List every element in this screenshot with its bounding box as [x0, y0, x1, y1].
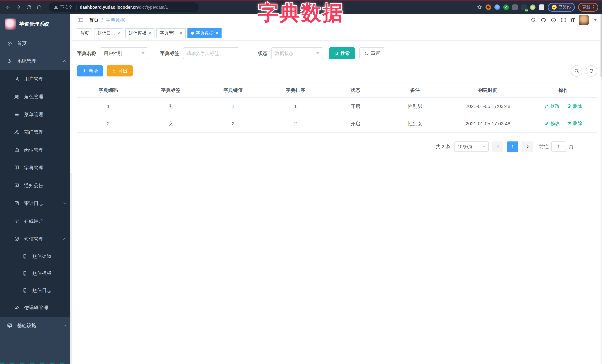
sidebar-item-role-management[interactable]: 角色管理: [0, 88, 72, 105]
table-row: 1 男 1 1 开启 性别男 2021-01-05 17:03:48 修改: [77, 98, 597, 115]
sidebar-item-label: 系统管理: [17, 58, 36, 64]
user-avatar[interactable]: [579, 15, 589, 25]
col-created: 创建时间: [446, 83, 530, 98]
font-size-icon[interactable]: tT: [571, 17, 575, 23]
col-remark: 备注: [384, 83, 446, 98]
page-number-1[interactable]: 1: [507, 141, 518, 152]
pencil-icon: [545, 104, 549, 108]
close-icon[interactable]: ×: [180, 31, 182, 35]
tab-dict-management[interactable]: 字典管理 ×: [156, 28, 186, 38]
extension-on-badge: on: [525, 9, 528, 11]
close-icon[interactable]: ×: [149, 31, 151, 35]
page-size-value: 10条/页: [458, 144, 473, 150]
sidebar-item-sms-management[interactable]: 短信管理: [0, 230, 72, 248]
address-bar[interactable]: 不安全 dashboard.yudao.iocoder.cn /dict/typ…: [49, 2, 199, 12]
sidebar-item-infrastructure[interactable]: 基础设施: [0, 317, 72, 334]
extension-icon-orange[interactable]: [485, 4, 491, 10]
browser-back-icon[interactable]: [4, 3, 13, 12]
browser-update-button[interactable]: 更新: [578, 3, 598, 12]
fullscreen-icon[interactable]: [561, 17, 566, 23]
edit-link[interactable]: 修改: [545, 120, 560, 126]
sidebar-item-menu-management[interactable]: 菜单管理: [0, 105, 72, 123]
delete-link[interactable]: 删除: [567, 103, 582, 109]
browser-reload-icon[interactable]: [24, 3, 33, 12]
dict-name-select[interactable]: 用户性别: [100, 47, 148, 59]
emoji-icon: [552, 5, 557, 10]
sidebar-item-user-management[interactable]: 用户管理: [0, 70, 72, 88]
sidebar-item-label: 基础设施: [17, 322, 36, 329]
reset-button[interactable]: 重置: [359, 47, 385, 59]
export-button[interactable]: 导出: [107, 65, 133, 76]
select-arrow-icon: [141, 52, 144, 54]
paused-extension-pill[interactable]: 已暂停: [548, 3, 575, 12]
trash-icon: [567, 104, 571, 108]
extension-icon-blue[interactable]: [494, 4, 500, 10]
add-button[interactable]: 新增: [77, 65, 103, 76]
sidebar-item-dept-management[interactable]: 部门管理: [0, 123, 72, 141]
refresh-table-button[interactable]: [586, 65, 597, 77]
table-mini-actions: [568, 65, 597, 77]
trash-icon: [567, 121, 571, 126]
breadcrumb: 首页 / 字典数据: [89, 17, 125, 23]
sidebar-item-post-management[interactable]: 岗位管理: [0, 141, 72, 159]
sidebar-item-label: 短信模板: [32, 270, 52, 277]
select-arrow-icon: [316, 52, 319, 54]
main-panel: 首页 / 字典数据 tT: [72, 14, 602, 364]
extension-icon-sprout[interactable]: [530, 4, 536, 10]
extension-icon-check[interactable]: ✓: [503, 4, 509, 10]
goto-page-input[interactable]: 1: [551, 141, 566, 152]
monitor-chart-icon: [7, 323, 12, 328]
tab-dict-data[interactable]: 字典数据 ×: [187, 28, 222, 38]
export-button-label: 导出: [118, 68, 128, 74]
dict-name-value: 用户性别: [104, 50, 122, 56]
page-size-select[interactable]: 10条/页: [454, 141, 489, 152]
tab-label: 字典管理: [160, 30, 177, 36]
sidebar-item-audit-log[interactable]: 审计日志: [0, 194, 72, 212]
tab-sms-template[interactable]: 短信模板 ×: [125, 28, 154, 38]
next-page-button[interactable]: [522, 141, 533, 152]
extension-icon-on[interactable]: on: [521, 4, 527, 10]
browser-forward-icon[interactable]: [14, 3, 23, 12]
extensions-puzzle-icon[interactable]: [539, 4, 544, 10]
edit-link[interactable]: 修改: [545, 103, 560, 109]
sidebar-logo[interactable]: 芋道管理系统: [0, 14, 72, 34]
logo-avatar: [5, 19, 16, 30]
breadcrumb-home[interactable]: 首页: [89, 17, 98, 23]
dict-label-input[interactable]: 请输入字典标签: [183, 47, 239, 59]
sidebar-fold-icon[interactable]: [77, 17, 84, 23]
sidebar-item-home[interactable]: 首页: [0, 34, 72, 52]
search-button[interactable]: 搜索: [329, 47, 355, 59]
cell-sort: 1: [264, 98, 327, 115]
code-icon: [14, 305, 19, 310]
cell-created: 2021-01-05 17:03:48: [446, 98, 530, 115]
sidebar-item-system-management[interactable]: 系统管理: [0, 52, 72, 70]
avatar-caret-icon[interactable]: [594, 19, 597, 21]
close-icon[interactable]: ×: [215, 31, 218, 35]
sidebar-item-notice[interactable]: 通知公告: [0, 177, 72, 194]
extension-icon-gray[interactable]: [512, 4, 518, 10]
sidebar-scrollbar[interactable]: [70, 14, 72, 364]
delete-link[interactable]: 删除: [567, 120, 582, 126]
sidebar-item-error-code[interactable]: 错误码管理: [0, 299, 72, 317]
sidebar-item-sms-template[interactable]: 短信模板: [0, 265, 72, 282]
online-signal-icon: [14, 218, 19, 224]
bookmark-star-icon[interactable]: [477, 4, 482, 10]
header-search-icon[interactable]: [531, 17, 536, 23]
status-select[interactable]: 数据状态: [271, 47, 323, 59]
page-scrollbar[interactable]: [601, 14, 602, 364]
system-management-submenu: 用户管理 角色管理 菜单管理 部门管理 岗位管理: [0, 70, 72, 317]
sidebar-item-online-users[interactable]: 在线用户: [0, 212, 72, 230]
sidebar-item-dict-management[interactable]: 字典管理: [0, 159, 72, 177]
help-icon[interactable]: [551, 17, 556, 23]
tab-sms-log[interactable]: 短信日志 ×: [94, 28, 123, 38]
sidebar-item-sms-channel[interactable]: 短信渠道: [0, 248, 72, 265]
sidebar-item-sms-log[interactable]: 短信日志: [0, 282, 72, 299]
tab-home[interactable]: 首页: [77, 28, 92, 38]
prev-page-button[interactable]: [492, 141, 504, 152]
browser-home-icon[interactable]: [35, 3, 44, 12]
browser-menu-kebab-icon[interactable]: [593, 5, 594, 10]
sidebar-item-label: 角色管理: [24, 94, 43, 100]
toggle-search-button[interactable]: [571, 65, 582, 77]
github-icon[interactable]: [541, 17, 546, 23]
close-icon[interactable]: ×: [118, 31, 120, 35]
